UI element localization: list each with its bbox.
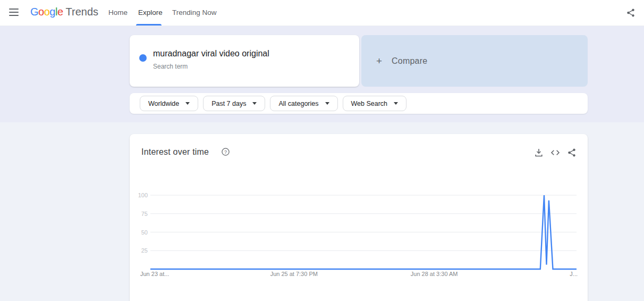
x-axis-tick-label: J... bbox=[570, 271, 578, 277]
filter-category-dropdown[interactable]: All categories bbox=[270, 96, 337, 111]
top-bar: Google Trends Home Explore Trending Now bbox=[0, 0, 644, 26]
chart-toolbar bbox=[534, 148, 577, 157]
interest-over-time-chart[interactable]: 255075100Jun 23 at...Jun 25 at 7:30 PMJu… bbox=[130, 187, 588, 283]
download-icon bbox=[534, 148, 544, 157]
header-share-button[interactable] bbox=[626, 8, 635, 18]
filter-region-label: Worldwide bbox=[148, 100, 179, 107]
active-tab-underline bbox=[136, 24, 162, 26]
download-button[interactable] bbox=[534, 148, 544, 157]
filter-time-dropdown[interactable]: Past 7 days bbox=[203, 96, 265, 111]
help-icon: ? bbox=[221, 147, 230, 156]
y-axis-tick-label: 100 bbox=[138, 192, 148, 198]
chevron-down-icon bbox=[185, 102, 190, 105]
nav-explore[interactable]: Explore bbox=[138, 0, 163, 26]
y-axis-tick-label: 25 bbox=[141, 247, 148, 254]
chart-share-button[interactable] bbox=[567, 148, 577, 157]
chevron-down-icon bbox=[252, 102, 257, 105]
interest-over-time-card: Interest over time ? bbox=[130, 134, 588, 301]
y-axis-tick-label: 50 bbox=[141, 229, 148, 236]
explore-controls-section: muradnagar viral video original Search t… bbox=[0, 26, 644, 122]
chevron-down-icon bbox=[394, 102, 398, 105]
embed-button[interactable] bbox=[550, 148, 560, 157]
x-axis-tick-label: Jun 25 at 7:30 PM bbox=[270, 271, 318, 277]
plus-icon: + bbox=[376, 55, 382, 67]
x-axis-tick-label: Jun 23 at... bbox=[140, 271, 169, 277]
embed-icon bbox=[550, 148, 560, 157]
x-axis-tick-label: Jun 28 at 3:30 AM bbox=[411, 271, 458, 277]
search-term-text: muradnagar viral video original bbox=[153, 49, 269, 58]
filter-search-type-label: Web Search bbox=[351, 100, 388, 107]
compare-label: Compare bbox=[392, 56, 427, 66]
filter-bar: Worldwide Past 7 days All categories Web… bbox=[130, 93, 588, 114]
results-section: Interest over time ? bbox=[0, 122, 644, 301]
filter-time-label: Past 7 days bbox=[211, 100, 246, 107]
filter-category-label: All categories bbox=[278, 100, 318, 107]
filter-search-type-dropdown[interactable]: Web Search bbox=[343, 96, 407, 111]
share-icon bbox=[567, 148, 577, 157]
compare-add-card[interactable]: + Compare bbox=[361, 35, 588, 87]
y-axis-tick-label: 75 bbox=[141, 211, 148, 217]
svg-text:?: ? bbox=[224, 149, 227, 155]
search-term-card[interactable]: muradnagar viral video original Search t… bbox=[130, 35, 359, 87]
nav-trending-now[interactable]: Trending Now bbox=[172, 0, 217, 26]
main-nav: Home Explore Trending Now bbox=[0, 0, 644, 26]
chevron-down-icon bbox=[325, 102, 329, 105]
series-color-dot bbox=[139, 54, 147, 62]
nav-home[interactable]: Home bbox=[108, 0, 128, 26]
card-title: Interest over time bbox=[141, 147, 209, 157]
search-term-type-label: Search term bbox=[153, 63, 188, 70]
share-icon bbox=[626, 8, 635, 18]
filter-region-dropdown[interactable]: Worldwide bbox=[140, 96, 198, 111]
help-button[interactable]: ? bbox=[221, 147, 230, 156]
